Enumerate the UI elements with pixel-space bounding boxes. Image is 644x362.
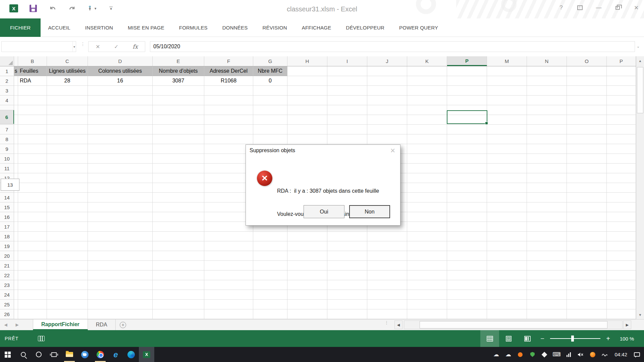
cell[interactable] [287, 280, 327, 290]
cell[interactable] [447, 86, 487, 96]
cell[interactable] [607, 241, 636, 251]
keyboard-icon[interactable]: ⌨ [553, 351, 560, 358]
chrome-icon[interactable] [93, 347, 108, 362]
ribbon-tab-accueil[interactable]: ACCUEIL [41, 18, 77, 37]
defender-shield-icon[interactable] [529, 351, 536, 358]
cell[interactable] [18, 105, 47, 115]
cell[interactable] [204, 232, 253, 241]
cell[interactable] [287, 309, 327, 319]
cell[interactable] [567, 251, 607, 261]
row-header-1[interactable]: 1 [0, 66, 14, 76]
cell[interactable] [567, 96, 607, 105]
cell[interactable] [487, 280, 527, 290]
cell[interactable] [47, 144, 88, 154]
cell[interactable] [253, 261, 287, 270]
cell[interactable] [18, 183, 47, 193]
cell[interactable]: R1068 [204, 76, 253, 86]
insert-function-icon[interactable]: fx [132, 43, 138, 50]
cell[interactable] [527, 134, 567, 144]
row-header-26[interactable]: 26 [0, 309, 14, 319]
pen-input-icon[interactable] [601, 351, 608, 358]
cell[interactable] [607, 261, 636, 270]
cell[interactable] [153, 270, 204, 280]
sheet-nav-left-icon[interactable]: ◀ [0, 319, 11, 330]
cell[interactable] [407, 212, 447, 222]
cell[interactable] [487, 115, 527, 125]
cell[interactable] [47, 251, 88, 261]
zoom-slider-thumb[interactable] [571, 336, 574, 342]
cancel-entry-icon[interactable]: ✕ [96, 44, 100, 50]
cell[interactable] [327, 86, 367, 96]
volume-muted-icon[interactable] [577, 351, 584, 358]
cell[interactable] [47, 202, 88, 212]
row-header-18[interactable]: 18 [0, 232, 14, 241]
cell[interactable] [253, 309, 287, 319]
cell[interactable] [407, 280, 447, 290]
cell[interactable] [204, 270, 253, 280]
row-header-15[interactable]: 15 [0, 202, 14, 212]
cell[interactable] [204, 251, 253, 261]
cell[interactable] [153, 173, 204, 183]
row-header-8[interactable]: 8 [0, 134, 14, 144]
cell[interactable] [153, 96, 204, 105]
cell[interactable] [487, 105, 527, 115]
cell[interactable] [527, 105, 567, 115]
row-header-4[interactable]: 4 [0, 96, 14, 105]
cell[interactable] [88, 105, 153, 115]
cell[interactable] [47, 212, 88, 222]
cell[interactable] [18, 144, 47, 154]
cell[interactable] [18, 193, 47, 202]
cell[interactable] [14, 193, 18, 202]
cell[interactable] [18, 96, 47, 105]
cell[interactable] [567, 86, 607, 96]
cell[interactable] [607, 173, 636, 183]
expand-formula-bar-icon[interactable]: ⌄ [637, 44, 640, 49]
cell[interactable] [487, 183, 527, 193]
cell[interactable] [14, 115, 18, 125]
cell[interactable] [204, 290, 253, 300]
column-header-h[interactable]: H [287, 56, 327, 66]
cell[interactable] [204, 115, 253, 125]
cell[interactable] [487, 251, 527, 261]
cell[interactable] [607, 76, 636, 86]
cell[interactable] [607, 300, 636, 309]
cell[interactable] [204, 125, 253, 134]
cell[interactable] [153, 193, 204, 202]
cell[interactable] [487, 309, 527, 319]
column-header-o[interactable]: O [567, 56, 607, 66]
cell[interactable] [47, 232, 88, 241]
internet-explorer-icon[interactable]: e [108, 347, 123, 362]
cell[interactable] [18, 115, 47, 125]
cell[interactable] [407, 183, 447, 193]
cell[interactable] [487, 96, 527, 105]
cell[interactable] [153, 241, 204, 251]
file-explorer-icon[interactable] [62, 347, 77, 362]
cell[interactable] [14, 300, 18, 309]
row-header-23[interactable]: 23 [0, 280, 14, 290]
cell[interactable] [153, 202, 204, 212]
excel-taskbar-icon[interactable]: X [139, 347, 154, 362]
cell[interactable] [204, 241, 253, 251]
cell[interactable] [527, 115, 567, 125]
cell[interactable]: 0 [253, 76, 287, 86]
cell[interactable] [14, 96, 18, 105]
cell[interactable] [14, 105, 18, 115]
row-header-21[interactable]: 21 [0, 261, 14, 270]
cell[interactable] [88, 290, 153, 300]
row-header-9[interactable]: 9 [0, 144, 14, 154]
cell[interactable] [447, 300, 487, 309]
cell[interactable] [14, 76, 18, 86]
cell[interactable] [527, 280, 567, 290]
cell[interactable] [204, 280, 253, 290]
cell[interactable] [527, 202, 567, 212]
cell[interactable] [47, 154, 88, 164]
cell[interactable] [367, 66, 407, 76]
cell[interactable] [567, 66, 607, 76]
cell[interactable] [487, 222, 527, 232]
cell[interactable] [567, 300, 607, 309]
row-header-2[interactable]: 2 [0, 76, 14, 86]
cell[interactable] [204, 300, 253, 309]
cell[interactable] [527, 173, 567, 183]
cell[interactable] [607, 222, 636, 232]
cell[interactable]: 16 [88, 76, 153, 86]
